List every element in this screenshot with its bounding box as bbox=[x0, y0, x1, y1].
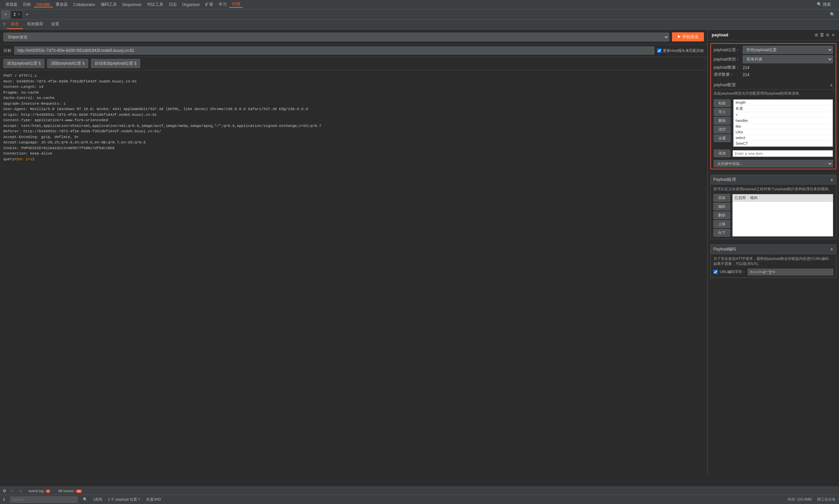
menu-item-organizer[interactable]: Organizer bbox=[180, 2, 203, 7]
request-count-row: 请求数量： 214 bbox=[714, 72, 833, 77]
pp-edit-button[interactable]: 编辑 bbox=[713, 203, 730, 211]
payload-processing-desc: 您可以定义在使用payload之前对每个payload执行各种处理任务的规则。 bbox=[713, 186, 833, 192]
pp-up-button[interactable]: 上移 bbox=[713, 220, 730, 228]
status-search-icon[interactable]: 🔍 bbox=[83, 497, 88, 502]
menu-bar: 资源盘 目标 Intruder 重放器 Collaborator 编码工具 Se… bbox=[0, 0, 839, 10]
pp-delete-button[interactable]: 删除 bbox=[713, 212, 730, 219]
list-icon[interactable]: ☰ bbox=[820, 33, 824, 37]
menu-item-encoder[interactable]: 编码工具 bbox=[98, 2, 120, 7]
delete-button[interactable]: 删除 bbox=[714, 117, 731, 125]
payload-processing-header[interactable]: Payload处理 ∧ bbox=[710, 175, 836, 184]
payload-count-row: payload数量： 214 bbox=[714, 65, 833, 70]
menu-item-extensions[interactable]: 扩展 bbox=[202, 2, 216, 7]
list-item[interactable]: + bbox=[734, 112, 833, 118]
tab-2-close[interactable]: × bbox=[18, 13, 20, 16]
auto-add-payload-pos-button[interactable]: 自动添加payload位置 § bbox=[91, 59, 140, 68]
list-item[interactable]: select bbox=[734, 135, 833, 141]
list-item[interactable]: LiKe bbox=[734, 129, 833, 135]
menu-item-compare[interactable]: 对比工具 bbox=[144, 2, 166, 7]
update-host-checkbox[interactable] bbox=[657, 49, 661, 53]
tab-1[interactable]: × bbox=[1, 11, 10, 19]
payload-marker: §or 1=1§ bbox=[17, 157, 35, 161]
settings-icon[interactable]: ⚙ bbox=[826, 33, 829, 37]
payload-processing-title: Payload处理 bbox=[713, 177, 736, 182]
payload-panel-header: payload ⊞ ☰ ⚙ ✕ bbox=[708, 30, 839, 40]
payload-encoding-chevron: ∧ bbox=[830, 247, 833, 252]
http-request-area[interactable]: POST / HTTP/1.1Host: b430553c-7d73-4f2e-… bbox=[0, 70, 707, 474]
menu-item-dashboard[interactable]: 资源盘 bbox=[3, 2, 20, 7]
payload-config-chevron: ∧ bbox=[830, 83, 833, 88]
url-encode-checkbox[interactable] bbox=[713, 270, 718, 274]
nav-payload[interactable]: 有效载荷 bbox=[23, 20, 47, 29]
gear-icon-bottom[interactable]: ⚙ bbox=[3, 488, 6, 493]
all-issues-tab[interactable]: All issues 36 bbox=[56, 488, 84, 493]
pp-add-button[interactable]: 添加 bbox=[713, 194, 730, 202]
add-payload-pos-button[interactable]: 添加payload位置 § bbox=[3, 59, 44, 68]
payload-encoding-header[interactable]: Payload编码 ∧ bbox=[710, 245, 836, 254]
nav-settings[interactable]: 设置 bbox=[47, 20, 63, 29]
tab-bar: × 2 × + 🔍 bbox=[0, 10, 839, 19]
grid-icon[interactable]: ⊞ bbox=[815, 33, 818, 37]
close-panel-icon[interactable]: ✕ bbox=[832, 33, 835, 37]
list-buttons: 粘贴 导入 删除 清空 去重 bbox=[714, 99, 731, 147]
menu-item-log[interactable]: 日志 bbox=[166, 2, 180, 7]
all-issues-badge: 36 bbox=[76, 489, 82, 493]
payload-fields: payload位置： 所有payload位置 payload类型： 简单列表 p… bbox=[711, 44, 836, 81]
payload-encoding-title: Payload编码 bbox=[713, 247, 736, 252]
payload-list[interactable]: length长度+handlerlikeLiKeselectSeleCT bbox=[733, 99, 833, 147]
target-label: 目标 bbox=[3, 48, 12, 54]
payload-type-row: payload类型： 简单列表 bbox=[714, 55, 833, 63]
secondary-nav: ? 攻击 有效载荷 设置 bbox=[0, 19, 839, 30]
dedup-button[interactable]: 去重 bbox=[714, 134, 731, 142]
list-item[interactable]: length bbox=[734, 100, 833, 105]
payload-type-select[interactable]: 简单列表 bbox=[743, 55, 833, 63]
attack-type-select[interactable]: Sniper攻击 bbox=[3, 33, 669, 41]
list-item[interactable]: like bbox=[734, 124, 833, 129]
payload-config-title-row[interactable]: payload配置 ∧ bbox=[711, 81, 836, 90]
add-item-input[interactable] bbox=[733, 150, 833, 157]
payload-type-label: payload类型： bbox=[714, 57, 740, 62]
url-encode-label: URL编码字符： bbox=[720, 269, 746, 274]
tab-add[interactable]: + bbox=[23, 12, 31, 18]
status-bar: ℹ 🔍 1高亮 1 个 payload 位置？ 长度:843 内存: 193.9… bbox=[0, 494, 839, 504]
start-attack-button[interactable]: ▶ 开始攻击 bbox=[672, 32, 704, 41]
status-icon-left: ℹ bbox=[3, 497, 5, 502]
paste-button[interactable]: 粘贴 bbox=[714, 99, 731, 107]
target-url-input[interactable] bbox=[14, 47, 655, 55]
top-search: 🔍 搜索 bbox=[814, 2, 836, 7]
menu-item-repeater[interactable]: 重放器 bbox=[53, 2, 70, 7]
button-row: 添加payload位置 § 清除payload位置 § 自动添加payload位… bbox=[0, 57, 707, 70]
target-row: 目标 更新Host报头来匹配目标 bbox=[0, 44, 707, 57]
clear-button[interactable]: 清空 bbox=[714, 126, 731, 133]
menu-item-intruder[interactable]: Intruder bbox=[34, 2, 53, 7]
pp-col-enabled: 已启用 bbox=[733, 194, 748, 201]
list-item[interactable]: SeleCT bbox=[734, 141, 833, 146]
menu-item-proxy[interactable]: 代理 bbox=[229, 1, 243, 8]
add-item-button[interactable]: 添加 bbox=[714, 149, 731, 157]
list-item[interactable]: handler bbox=[734, 118, 833, 124]
menu-item-target[interactable]: 目标 bbox=[20, 2, 34, 7]
payload-position-select[interactable]: 所有payload位置 bbox=[743, 46, 833, 54]
url-encode-chars-input[interactable] bbox=[748, 269, 833, 275]
back-icon[interactable]: ← bbox=[11, 488, 15, 493]
payload-encoding-section: Payload编码 ∧ 为了安全发送HTTP请求，最终的payload将会对框架… bbox=[710, 245, 836, 278]
event-log-tab[interactable]: event log 3 bbox=[26, 488, 52, 493]
nav-attack[interactable]: 攻击 bbox=[7, 20, 23, 29]
search-input[interactable] bbox=[10, 497, 77, 503]
import-button[interactable]: 导入 bbox=[714, 108, 731, 116]
status-highlights: 1高亮 bbox=[93, 497, 102, 502]
tab-1-close[interactable]: × bbox=[4, 12, 7, 17]
forward-icon[interactable]: → bbox=[19, 488, 22, 493]
pp-down-button[interactable]: 向下 bbox=[713, 229, 730, 237]
from-list-select[interactable]: 从列表中添加... bbox=[714, 160, 833, 167]
right-panel: payload ⊞ ☰ ⚙ ✕ payload位置： 所有payload位置 bbox=[708, 30, 839, 474]
menu-item-collaborator[interactable]: Collaborator bbox=[70, 2, 98, 7]
menu-item-sequencer[interactable]: Sequencer bbox=[120, 2, 144, 7]
list-item[interactable]: 长度 bbox=[734, 105, 833, 112]
menu-item-learn[interactable]: 学习 bbox=[216, 2, 229, 7]
list-area: 粘贴 导入 删除 清空 去重 length长度+handlerlikeLiKes… bbox=[711, 98, 836, 148]
clear-payload-pos-button[interactable]: 清除payload位置 § bbox=[47, 59, 88, 68]
pp-col-rule: 规则 bbox=[748, 194, 760, 201]
tab-2[interactable]: 2 × bbox=[11, 11, 23, 19]
status-right: 内存: 193.9MB 网工在任务 bbox=[787, 497, 836, 502]
